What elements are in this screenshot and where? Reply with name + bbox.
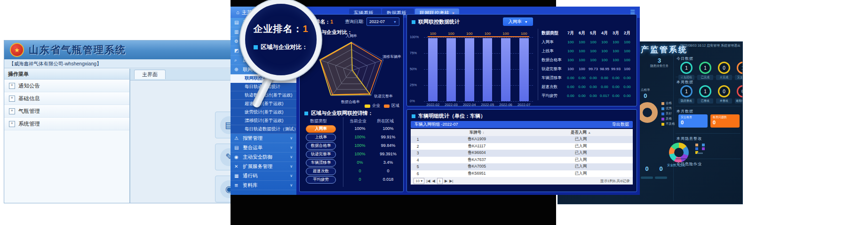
legend-label: 优秀 xyxy=(666,106,672,111)
section-bullet-icon xyxy=(412,114,415,118)
stats-table-row: 超速次数 0.00 0.00 0.00 0.00 0.00 0.00 xyxy=(542,82,635,91)
plate-number: 鲁KA7005 xyxy=(425,164,529,169)
row-label: 轨迹完整率 xyxy=(542,66,565,72)
gauge: 1 计划巡检 xyxy=(678,62,694,80)
sidebar-item-label: 通知公告 xyxy=(18,82,40,89)
card-label: 安全检查 xyxy=(681,115,705,120)
gauge-value: 1 xyxy=(704,89,707,94)
gauge-ring: 1 xyxy=(680,62,693,74)
submenu-item[interactable]: 每日轨迹数据统计（测试） xyxy=(231,125,296,134)
data-type-button[interactable]: 数据合格率 xyxy=(306,142,336,150)
table-title: 车辆入网明细 -2022-07 xyxy=(414,121,458,128)
section-week: 本周数据 xyxy=(677,80,693,85)
table-row[interactable]: 6 鲁K56951 已入网 xyxy=(411,170,633,177)
column-header: 当前企业 xyxy=(350,118,366,124)
next-page-icon[interactable]: ▶ xyxy=(445,179,447,183)
expand-plus-icon[interactable]: + xyxy=(9,108,15,114)
stat-card[interactable]: 安全检查 0 xyxy=(678,114,708,128)
gauge-value: 1 xyxy=(685,89,688,94)
stats-table-row: 上线率 100 100 100 100 100 100 xyxy=(542,47,635,56)
stat-card[interactable]: 检查问题数 0 xyxy=(710,114,740,128)
stats-table-row: 数据合格率 100 100 100 100 100 100 xyxy=(542,56,635,64)
page-size-select[interactable]: 10 ▾ xyxy=(414,178,424,184)
rank-value: 1 xyxy=(303,24,308,34)
vehicle-table: 车牌号 ↕ 是否入网 ▲ 1 鲁KA1909 已入网 2 鲁KA xyxy=(411,129,633,177)
legend-swatch-icon xyxy=(365,104,370,108)
data-type-button[interactable]: 超速次数 xyxy=(306,168,336,175)
table-row[interactable]: 4 鲁KA7637 已入网 xyxy=(411,157,633,164)
sort-icon[interactable]: ↕ xyxy=(483,131,485,134)
legend-item: 优秀 xyxy=(661,106,675,111)
gauge-ring: 1 xyxy=(699,62,711,74)
table-row[interactable]: 3 鲁K96604 已入网 xyxy=(411,150,633,157)
divider xyxy=(676,133,741,134)
col-status: 是否入网 xyxy=(571,130,587,135)
radar-axis-label: 入网率 xyxy=(346,33,357,39)
magnified-compare-title: 区域与企业对比： xyxy=(254,43,308,51)
radar-axis-label: 漂移车辆率 xyxy=(382,54,401,59)
card-value: 0 xyxy=(681,120,705,125)
sidebar-menu-item[interactable]: ▤ 整合运单 ∨ xyxy=(231,143,296,153)
row-label: 超速次数 xyxy=(542,84,565,90)
y-tick: 50% xyxy=(410,67,422,71)
sidebar-item[interactable]: + 基础信息 xyxy=(4,92,129,105)
safety-user-bar[interactable]: 2022/08/03 16:12 启安管理 系统管理退出 xyxy=(680,43,741,48)
sort-asc-icon[interactable]: ▲ xyxy=(588,131,591,134)
bottom-stat: 0 xyxy=(655,165,667,181)
menu-item-icon: ◉ xyxy=(234,154,239,160)
sidebar-menu-item[interactable]: ⚠ 报警管理 ∨ xyxy=(231,134,296,143)
sidebar-menu-item[interactable]: ◉ 主动安全防御 ∨ xyxy=(231,153,296,162)
page-number-input[interactable]: 1 xyxy=(437,178,443,184)
export-button[interactable]: 导出数据 xyxy=(612,121,629,128)
left-sidebar: 操作菜单 + 通知公告 + 基础信息 xyxy=(4,69,130,203)
expand-plus-icon[interactable]: + xyxy=(9,121,15,127)
section-bullet-icon xyxy=(412,20,415,24)
gauge: 0 未整改 xyxy=(716,85,732,104)
stat-card[interactable]: 累计安全投入 0 xyxy=(742,114,743,128)
query-date-select[interactable]: 2022-07 ▼ xyxy=(366,17,399,26)
card-label: 检查问题数 xyxy=(713,115,737,120)
tab-main[interactable]: 主界面 xyxy=(134,70,166,79)
network-status: 已入网 xyxy=(529,164,633,169)
row-index: 5 xyxy=(411,164,425,169)
menu-item-label: 报警管理 xyxy=(243,135,263,142)
first-page-icon[interactable]: |◀ xyxy=(426,179,430,183)
data-type-button[interactable]: 平均疲劳 xyxy=(306,176,336,184)
sidebar-menu-item[interactable]: ≣ 资料库 ∨ xyxy=(231,181,296,190)
metric-dropdown[interactable]: 入网率 ▼ xyxy=(503,17,533,26)
bar-value-label: 100 xyxy=(502,32,509,36)
sidebar-menu-item[interactable]: ✕ 扩展服务管理 ∨ xyxy=(231,162,296,171)
vehicle-detail-panel: 车辆明细统计（单位：车辆） 车辆入网明细 -2022-07 导出数据 车牌号 ↕… xyxy=(406,109,637,192)
table-row[interactable]: 2 鲁KA1117 已入网 xyxy=(411,143,633,150)
expand-plus-icon[interactable]: + xyxy=(9,83,15,89)
x-tick-label: 2022-04 xyxy=(463,103,476,107)
gauge: 1 隐患整改 xyxy=(678,85,694,104)
sidebar-item[interactable]: + 通知公告 xyxy=(4,80,129,92)
gauge-value: 1 xyxy=(685,65,688,71)
legend-item xyxy=(695,144,698,146)
prev-page-icon[interactable]: ◀ xyxy=(432,179,435,183)
data-type-button[interactable]: 轨迹完整率 xyxy=(306,151,336,158)
submenu-item[interactable]: 漂移统计(基于运政) xyxy=(231,117,296,125)
monthly-stats-table: 数据类型 7月 6月 5月 4月 3月 2月 入网率 100 100 100 xyxy=(542,29,635,100)
menu-item-label: 主动安全防御 xyxy=(243,154,272,161)
gauge: 0 逾期未整改 xyxy=(735,85,743,104)
legend-item: 及格 xyxy=(661,117,675,121)
submenu-item[interactable]: 疲劳统计(基于运政) xyxy=(231,108,296,117)
sidebar-item[interactable]: + 系统管理 xyxy=(4,118,129,130)
sidebar-item[interactable]: + 气瓶管理 xyxy=(4,105,129,118)
data-type-button[interactable]: 上线率 xyxy=(306,134,336,141)
data-type-button[interactable]: 车辆漂移率 xyxy=(306,159,336,167)
submenu-item[interactable]: 超速统计(基于运政) xyxy=(231,100,296,108)
table-row[interactable]: 5 鲁KA7005 已入网 xyxy=(411,163,633,170)
menu-item-icon: ⊕ xyxy=(234,67,238,72)
last-page-icon[interactable]: ▶| xyxy=(449,179,453,183)
data-type-button[interactable]: 入网率 xyxy=(306,125,336,133)
chevron-down-icon: ∨ xyxy=(290,145,293,150)
x-tick-label: 2022-07 xyxy=(518,103,531,107)
expand-plus-icon[interactable]: + xyxy=(9,96,15,102)
table-row[interactable]: 1 鲁KA1909 已入网 xyxy=(411,136,633,143)
sidebar-menu-item[interactable]: ▦ 通行码 ∨ xyxy=(231,171,296,181)
menu-item-label: 扩展服务管理 xyxy=(243,163,272,170)
bar-group: 100 2022-04 xyxy=(460,37,478,101)
